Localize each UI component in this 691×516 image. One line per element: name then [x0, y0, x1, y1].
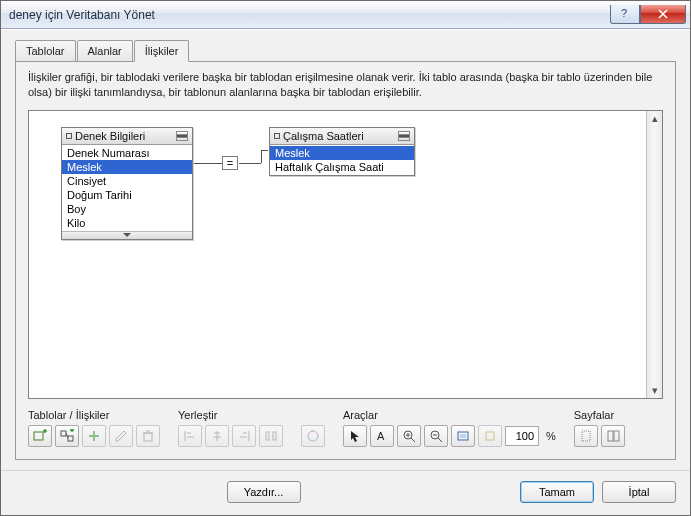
distribute-button[interactable]	[259, 425, 283, 447]
help-button[interactable]: ?	[610, 5, 640, 24]
svg-text:?: ?	[621, 9, 627, 19]
zoom-input[interactable]	[505, 426, 539, 446]
color-button[interactable]	[301, 425, 325, 447]
zoom-out-icon	[429, 429, 443, 443]
tab-fields[interactable]: Alanlar	[77, 40, 133, 62]
relation-line	[261, 150, 268, 151]
toolbar-pages: Sayfalar	[574, 409, 625, 447]
cancel-button[interactable]: İptal	[602, 481, 676, 503]
field-row[interactable]: Doğum Tarihi	[62, 188, 192, 202]
fit-icon	[456, 429, 470, 443]
toolbar-place: Yerleştir	[178, 409, 283, 447]
field-row[interactable]: Haftalık Çalışma Saati	[270, 160, 414, 174]
table-title: Denek Bilgileri	[75, 130, 174, 142]
join-symbol: =	[227, 157, 233, 169]
zoom-in-button[interactable]	[397, 425, 421, 447]
window-buttons: ?	[610, 5, 686, 24]
scroll-down-icon[interactable]: ▾	[647, 382, 662, 398]
table-box-right[interactable]: Çalışma Saatleri Meslek Haftalık Çalışma…	[269, 127, 415, 176]
svg-rect-7	[266, 432, 269, 440]
svg-rect-5	[68, 436, 73, 441]
align-right-button[interactable]	[232, 425, 256, 447]
scroll-track[interactable]	[647, 127, 662, 382]
pointer-tool-button[interactable]	[343, 425, 367, 447]
align-left-button[interactable]	[178, 425, 202, 447]
tab-strip: Tablolar Alanlar İlişkiler	[15, 40, 676, 62]
relation-line	[261, 150, 262, 163]
toolbar-label: Yerleştir	[178, 409, 283, 421]
relation-line	[194, 163, 222, 164]
align-center-button[interactable]	[205, 425, 229, 447]
button-label: Tamam	[539, 486, 575, 498]
table-toggle-icon[interactable]	[398, 131, 410, 141]
field-row[interactable]: Denek Numarası	[62, 146, 192, 160]
page-single-button[interactable]	[574, 425, 598, 447]
color-wheel-icon	[306, 429, 320, 443]
toolbar-tools: Araçlar A %	[343, 409, 556, 447]
table-box-left[interactable]: Denek Bilgileri Denek Numarası Meslek Ci…	[61, 127, 193, 240]
field-row[interactable]: Meslek	[62, 160, 192, 174]
canvas-vscrollbar[interactable]: ▴ ▾	[646, 111, 662, 398]
delete-button[interactable]	[136, 425, 160, 447]
table-toggle-icon[interactable]	[176, 131, 188, 141]
pointer-icon	[348, 429, 362, 443]
text-tool-button[interactable]: A	[370, 425, 394, 447]
table-resize-handle[interactable]	[62, 231, 192, 239]
field-row[interactable]: Cinsiyet	[62, 174, 192, 188]
svg-rect-19	[614, 431, 619, 441]
plus-icon	[87, 429, 101, 443]
print-button[interactable]: Yazdır...	[227, 481, 301, 503]
relation-join-box[interactable]: =	[222, 156, 238, 170]
add-button[interactable]	[82, 425, 106, 447]
field-row[interactable]: Boy	[62, 202, 192, 216]
svg-rect-18	[608, 431, 613, 441]
zoom-in-icon	[402, 429, 416, 443]
dialog-footer: Yazdır... Tamam İptal	[1, 470, 690, 515]
fit-button[interactable]	[451, 425, 475, 447]
pencil-icon	[114, 429, 128, 443]
table-header[interactable]: Çalışma Saatleri	[270, 128, 414, 145]
description-text: İlişkiler grafiği, bir tablodaki veriler…	[28, 70, 663, 100]
table-header[interactable]: Denek Bilgileri	[62, 128, 192, 145]
text-icon: A	[375, 429, 389, 443]
tab-relations[interactable]: İlişkiler	[134, 40, 190, 62]
relation-plus-icon	[60, 429, 74, 443]
page-multi-icon	[606, 429, 620, 443]
close-icon	[658, 9, 668, 19]
snap-icon	[483, 429, 497, 443]
add-relation-button[interactable]	[55, 425, 79, 447]
create-table-button[interactable]	[28, 425, 52, 447]
svg-rect-6	[144, 433, 152, 441]
zoom-out-button[interactable]	[424, 425, 448, 447]
relations-canvas[interactable]: Denek Bilgileri Denek Numarası Meslek Ci…	[29, 111, 646, 398]
expand-marker-icon	[274, 133, 280, 139]
table-title: Çalışma Saatleri	[283, 130, 396, 142]
scroll-up-icon[interactable]: ▴	[647, 111, 662, 127]
toolbar-label	[301, 409, 325, 421]
toolbar-row: Tablolar / İlişkiler Yerleştir	[28, 407, 663, 447]
toolbar-color	[301, 409, 325, 447]
page-single-icon	[579, 429, 593, 443]
align-center-icon	[210, 429, 224, 443]
snap-button[interactable]	[478, 425, 502, 447]
page-multi-button[interactable]	[601, 425, 625, 447]
close-button[interactable]	[640, 5, 686, 24]
dialog-window: deney için Veritabanı Yönet ? Tablolar A…	[0, 0, 691, 516]
tab-tables[interactable]: Tablolar	[15, 40, 76, 62]
field-row[interactable]: Kilo	[62, 216, 192, 230]
field-list: Denek Numarası Meslek Cinsiyet Doğum Tar…	[62, 145, 192, 231]
edit-button[interactable]	[109, 425, 133, 447]
relations-canvas-wrap: Denek Bilgileri Denek Numarası Meslek Ci…	[28, 110, 663, 399]
table-plus-icon	[33, 429, 47, 443]
field-row[interactable]: Meslek	[270, 146, 414, 160]
dialog-body: Tablolar Alanlar İlişkiler İlişkiler gra…	[1, 29, 690, 470]
button-label: İptal	[629, 486, 650, 498]
align-right-icon	[237, 429, 251, 443]
help-icon: ?	[620, 9, 630, 19]
distribute-icon	[264, 429, 278, 443]
svg-rect-17	[582, 431, 590, 441]
svg-rect-4	[61, 431, 66, 436]
tab-panel-relations: İlişkiler grafiği, bir tablodaki veriler…	[15, 61, 676, 460]
svg-rect-8	[273, 432, 276, 440]
ok-button[interactable]: Tamam	[520, 481, 594, 503]
